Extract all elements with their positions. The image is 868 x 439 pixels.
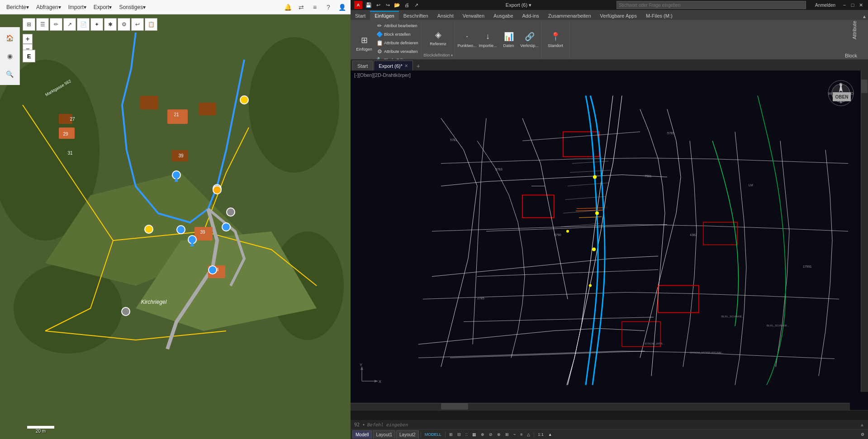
tab-beschriften[interactable]: Beschriften [399,11,433,20]
qa-export[interactable]: ↗ [412,0,421,9]
status-otrack[interactable]: ⊘ [487,430,494,439]
status-sc[interactable]: ~ [512,430,517,439]
tab-addins[interactable]: Add-ins [518,11,544,20]
ribbon-verknuep-btn[interactable]: 🔗 Verknüp... [520,26,540,52]
attribute-def-label: Attribute definieren [384,41,418,45]
status-polar[interactable]: ▦ [470,430,478,439]
command-input[interactable] [367,422,858,427]
vertical-scrollbar[interactable] [861,71,868,392]
ribbon-attribute-def-btn[interactable]: 📋 Attribute definieren [375,39,419,47]
tool-asterisk[interactable]: ✱ [104,18,117,31]
oben-button[interactable]: OBEN [833,92,851,101]
horizontal-scrollbar[interactable] [351,403,850,410]
tab-start[interactable]: Start [351,11,370,20]
status-up[interactable]: ▲ [546,430,554,439]
status-tmodel[interactable]: ⊞ [503,430,511,439]
blockdef-group-label[interactable]: Blockdefinition ▾ [424,53,453,57]
ribbon-block-erstellen-btn[interactable]: 🔷 Block erstellen [375,30,419,38]
qa-undo[interactable]: ↩ [374,0,383,9]
status-scale[interactable]: 1:1 [536,430,545,439]
nav-export[interactable]: Export▾ [91,3,115,11]
view-label: [-][Oben][2D-Drahtkörper] [354,72,411,78]
status-snap[interactable]: ⊟ [455,430,463,439]
ribbon-attribut-btn[interactable]: ✏ Attribut bearbeiten [375,22,419,30]
status-lwt[interactable]: ⊗ [495,430,503,439]
status-ortho[interactable]: :: [464,430,470,439]
export-tab-close[interactable]: ✕ [404,63,408,68]
ribbon-importie-btn[interactable]: ↓ Importie... [478,26,498,52]
svg-marker-88 [360,367,363,370]
user-icon[interactable]: 👤 [337,2,347,12]
help-icon[interactable]: ? [323,2,333,12]
tab-verwalten[interactable]: Verwalten [458,11,489,20]
tool-undo[interactable]: ↩ [131,18,144,31]
tab-ausgabe[interactable]: Ausgabe [489,11,517,20]
ribbon-collapse[interactable]: ▲ [861,13,868,20]
close-button[interactable]: ✕ [857,1,864,9]
notification-icon[interactable]: 🔔 [283,2,293,12]
svg-text:BLRL_SCHWAB...: BLRL_SCHWAB... [767,324,789,327]
ribbon-punktwo-btn[interactable]: · Punktwo... [457,26,477,52]
svg-text:4382: 4382 [690,233,697,236]
sidebar-circle-icon[interactable]: ◉ [3,49,17,63]
ribbon-blockeditor-btn[interactable]: 🔧 Block- Editor [375,56,419,60]
e-button[interactable]: E [23,50,35,62]
ribbon-standort-btn[interactable]: 📍 Standort [545,26,565,52]
tool-draw[interactable]: ✏ [50,18,62,31]
qa-redo[interactable]: ↪ [383,0,392,9]
attribute-ribbon-label: Attribute [845,21,857,39]
status-osnap[interactable]: ⊕ [479,430,486,439]
nav-sonstiges[interactable]: Sonstiges▾ [116,3,148,11]
transfer-icon[interactable]: ⇄ [296,2,306,12]
nav-berichte[interactable]: Berichte▾ [4,3,32,11]
zoom-in-button[interactable]: + [23,34,33,44]
tool-arrow[interactable]: ↗ [63,18,76,31]
tab-ansicht[interactable]: Ansicht [433,11,458,20]
nav-abfragen[interactable]: Abfragen▾ [33,3,64,11]
importie-icon: ↓ [482,30,494,43]
user-label[interactable]: Anmelden [815,3,835,8]
layout-tab-layout1[interactable]: Layout1 [373,430,395,439]
search-input[interactable] [617,1,806,9]
ribbon-daten-btn[interactable]: 📊 Daten [499,26,519,52]
minimize-button[interactable]: − [841,1,848,9]
layers-icon[interactable]: ≡ [310,2,320,12]
drawing-tab-start[interactable]: Start [352,61,373,71]
status-sel[interactable]: ≡ [518,430,524,439]
ribbon-referenz-btn[interactable]: ◈ Referenz [428,24,448,51]
status-annot[interactable]: △ [525,430,532,439]
add-tab-button[interactable]: + [414,61,423,71]
tab-apps[interactable]: Verfügbare Apps [596,11,641,20]
cmd-expand-btn[interactable]: ▲ [860,422,864,427]
svg-point-27 [188,236,196,244]
tool-doc[interactable]: 📄 [77,18,90,31]
nav-import[interactable]: Import▾ [66,3,89,11]
svg-point-33 [177,226,185,234]
ribbon-attribute-verw-btn[interactable]: ⚙ Attribute verwalten [375,47,419,56]
tab-mfiles[interactable]: M-Files (M:) [641,11,677,20]
tool-star[interactable]: ✦ [90,18,103,31]
tool-settings[interactable]: ⚙ [118,18,130,31]
tool-clipboard[interactable]: 📋 [145,18,157,31]
sidebar-home-icon[interactable]: 🏠 [3,31,17,45]
sidebar-search-icon[interactable]: 🔍 [3,67,17,81]
drawing-tab-export[interactable]: Export (6)* ✕ [374,61,413,71]
map-background[interactable]: 27 29 31 21 39 39 24 Marktgasse 562 Kirc… [0,14,351,439]
maximize-button[interactable]: □ [849,1,856,9]
status-settings-btn[interactable]: ⚙ [859,430,866,439]
blockeditor-icon: 🔧 [376,57,383,60]
qa-save[interactable]: 💾 [364,0,373,9]
tool-list[interactable]: ☰ [36,18,49,31]
layout-tab-modell[interactable]: Modell [352,430,372,439]
tool-grid[interactable]: ⊞ [23,18,35,31]
qa-print[interactable]: 🖨 [402,0,411,9]
layout-tab-layout2[interactable]: Layout2 [396,430,419,439]
autocad-logo: A [354,1,362,9]
drawing-viewport[interactable]: [-][Oben][2D-Drahtkörper] N S W O OBEN [351,71,868,410]
status-grid-1[interactable]: ⊞ [447,430,455,439]
tab-zusammenarbeiten[interactable]: Zusammenarbeiten [544,11,596,20]
status-modell[interactable]: MODELL [423,430,443,439]
tab-einfuegen[interactable]: Einfügen [370,11,398,20]
ribbon-einfuegen-btn[interactable]: ⊞ Einfügen [354,30,374,56]
qa-open[interactable]: 📂 [393,0,402,9]
